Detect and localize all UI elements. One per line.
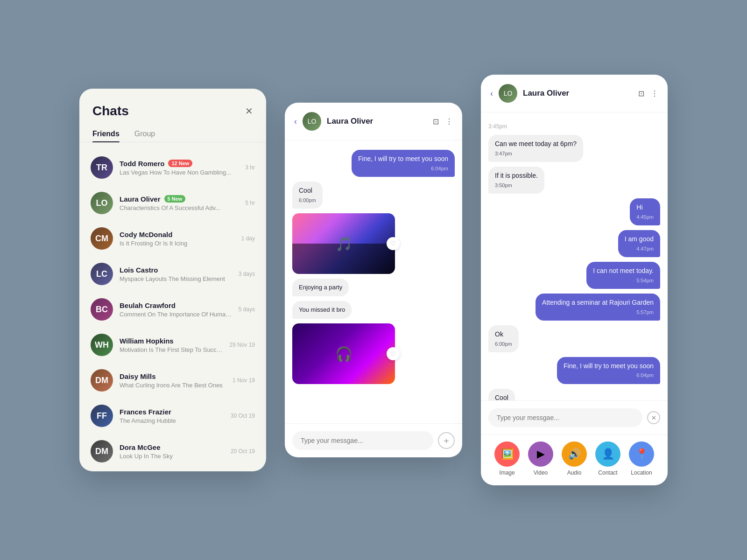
right-header-icons: ⊡ ⋮ [638,89,658,98]
list-item[interactable]: DM Dora McGee Look Up In The Sky 20 Oct … [79,434,266,469]
contact-name: Beulah Crawford [120,301,176,309]
message-preview: Is It Frosting Or Is It Icing [120,240,235,247]
list-item[interactable]: CM Cody McDonald Is It Frosting Or Is It… [79,221,266,256]
audio-label: Audio [567,469,582,476]
list-item[interactable]: DM Daisy Mills What Curling Irons Are Th… [79,363,266,398]
image-message-concert: ♡ [292,213,395,274]
list-item[interactable]: WH William Hopkins Motivation Is The Fir… [79,327,266,363]
right-more-options-icon[interactable]: ⋮ [651,89,658,98]
right-chat-header: ‹ LO Laura Oliver ⊡ ⋮ [481,75,668,112]
list-item[interactable]: LO Laura Oliver 5 New Characteristics Of… [79,185,266,221]
new-badge: 12 New [168,160,192,167]
chat-timestamp: 1 day [241,235,255,242]
contact-name: Frances Frazier [120,408,171,416]
middle-input-area: ＋ [285,423,462,457]
chat-info: Frances Frazier The Amazing Hubble [120,408,224,424]
middle-chat-header: ‹ LO Laura Oliver ⊡ ⋮ [285,103,462,140]
message-bubble: If it is possible. 3:50pm [488,167,544,194]
contact-name: Laura Oliver [120,195,161,203]
attach-video[interactable]: ▶ Video [528,441,553,476]
timestamp-label: 3:45pm [488,123,507,130]
list-item[interactable]: TR Todd Romero 12 New Las Vegas How To H… [79,150,266,185]
right-back-button[interactable]: ‹ [490,89,493,98]
attach-audio[interactable]: 🔊 Audio [562,441,587,476]
avatar: DM [91,369,113,392]
image-icon: 🖼️ [494,441,520,467]
attachment-bar: 🖼️ Image ▶ Video 🔊 Audio 👤 Contact 📍 Loc… [481,434,668,485]
middle-avatar: LO [303,112,321,131]
avatar: DM [91,440,113,462]
chat-timestamp: 5 hr [245,200,255,206]
right-chat-panel: ‹ LO Laura Oliver ⊡ ⋮ 3:45pm Can we meet… [481,75,668,485]
message-bubble: Hi 4:45pm [630,198,660,225]
attach-contact[interactable]: 👤 Contact [595,441,620,476]
chat-info: Lois Castro Myspace Layouts The Missing … [120,266,232,282]
contact-name: Todd Romero [120,160,164,168]
middle-messages-area: Fine, I will try to meet you soon 6:04pm… [285,140,462,423]
chat-info: William Hopkins Motivation Is The First … [120,337,223,353]
message-bubble: Fine, I will try to meet you soon 6:04pm [557,357,660,384]
heart-button-2[interactable]: ♡ [387,347,400,360]
contact-name: Dora McGee [120,443,161,451]
chat-timestamp: 20 Oct 19 [231,448,255,455]
video-call-icon[interactable]: ⊡ [433,117,439,126]
chats-title: Chats [92,104,129,119]
right-contact-name: Laura Oliver [523,89,633,98]
avatar: BC [91,298,113,321]
chats-panel: Chats ✕ Friends Group TR Todd Romero 12 … [79,89,266,471]
clear-input-button[interactable]: ✕ [647,411,660,424]
chats-header: Chats ✕ [79,89,266,126]
more-options-icon[interactable]: ⋮ [445,117,453,126]
chat-info: Cody McDonald Is It Frosting Or Is It Ic… [120,231,235,247]
list-item[interactable]: BC Beulah Crawford Comment On The Import… [79,292,266,327]
right-input-area: ✕ [481,400,668,434]
back-button[interactable]: ‹ [294,117,297,126]
audio-icon: 🔊 [562,441,587,467]
tab-group[interactable]: Group [134,126,155,142]
chat-timestamp: 30 Oct 19 [231,413,255,419]
right-avatar: LO [499,84,517,103]
tab-friends[interactable]: Friends [92,126,120,142]
message-bubble: Ok 6:00pm [488,325,519,352]
message-bubble: I am good 4:47pm [618,230,660,257]
chat-timestamp: 5 days [239,306,255,313]
caption-bubble-2: You missed it bro [292,301,352,319]
add-attachment-button[interactable]: ＋ [438,432,455,449]
middle-chat-panel: ‹ LO Laura Oliver ⊡ ⋮ Fine, I will try t… [285,103,462,457]
dj-image [292,323,395,384]
middle-header-icons: ⊡ ⋮ [433,117,453,126]
avatar: LO [91,192,113,214]
right-message-input[interactable] [488,408,642,427]
location-icon: 📍 [629,441,654,467]
avatar: LC [91,263,113,285]
message-preview: Motivation Is The First Step To Success [120,346,223,353]
message-bubble: Fine, I will try to meet you soon 6:04pm [352,150,455,177]
tabs: Friends Group [79,126,266,142]
chat-info: Beulah Crawford Comment On The Importanc… [120,301,232,318]
chat-timestamp: 1 Nov 19 [233,377,255,384]
attach-location[interactable]: 📍 Location [629,441,654,476]
heart-button[interactable]: ♡ [387,237,400,250]
attach-image[interactable]: 🖼️ Image [494,441,520,476]
contact-icon: 👤 [595,441,620,467]
message-bubble: I can not meet today. 5:54pm [586,262,660,289]
contact-name: Daisy Mills [120,372,156,380]
message-preview: Characteristics Of A Successful Adv... [120,204,239,211]
chat-info: Todd Romero 12 New Las Vegas How To Have… [120,160,239,176]
chat-list: TR Todd Romero 12 New Las Vegas How To H… [79,146,266,471]
list-item[interactable]: LC Lois Castro Myspace Layouts The Missi… [79,256,266,292]
message-bubble: Attending a seminar at Rajouri Garden 5:… [536,294,660,321]
middle-message-input[interactable] [292,431,433,450]
message-bubble: Cool [488,389,515,400]
avatar: WH [91,334,113,356]
close-icon[interactable]: ✕ [245,106,253,116]
list-item[interactable]: FF Frances Frazier The Amazing Hubble 30… [79,398,266,434]
chat-timestamp: 3 hr [245,164,255,171]
concert-image [292,213,395,274]
message-preview: Las Vegas How To Have Non Gambling... [120,169,239,176]
image-label: Image [499,469,514,476]
right-messages-area: 3:45pm Can we meet today at 6pm? 3:47pm … [481,112,668,400]
contact-name: Lois Castro [120,266,158,274]
right-video-call-icon[interactable]: ⊡ [638,89,644,98]
middle-contact-name: Laura Oliver [327,117,427,126]
